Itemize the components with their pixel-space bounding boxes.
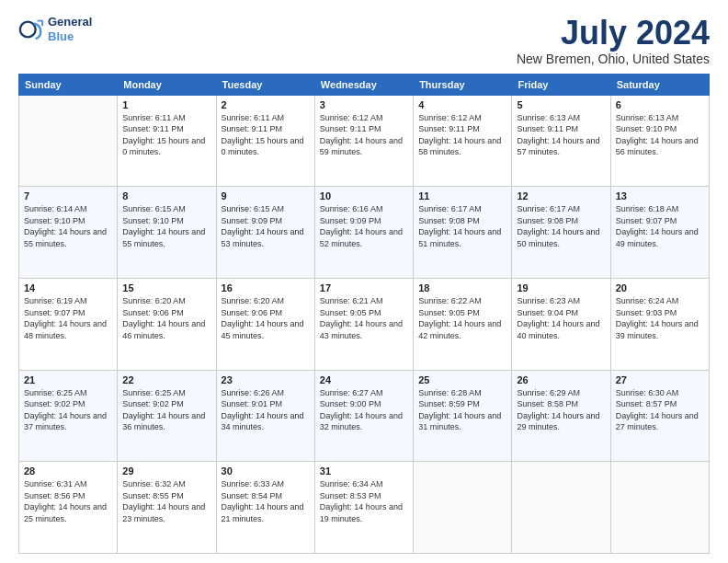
day-info: Sunrise: 6:22 AMSunset: 9:05 PMDaylight:… xyxy=(418,295,506,341)
day-info: Sunrise: 6:28 AMSunset: 8:59 PMDaylight:… xyxy=(418,387,506,433)
day-info: Sunrise: 6:33 AMSunset: 8:54 PMDaylight:… xyxy=(222,478,310,524)
calendar-cell: 20Sunrise: 6:24 AMSunset: 9:03 PMDayligh… xyxy=(610,278,709,370)
day-info: Sunrise: 6:25 AMSunset: 9:02 PMDaylight:… xyxy=(122,387,210,433)
day-number: 27 xyxy=(616,374,704,385)
calendar-cell: 22Sunrise: 6:25 AMSunset: 9:02 PMDayligh… xyxy=(118,370,216,462)
calendar-cell: 26Sunrise: 6:29 AMSunset: 8:58 PMDayligh… xyxy=(512,370,610,462)
calendar-cell xyxy=(512,462,610,554)
day-info: Sunrise: 6:15 AMSunset: 9:10 PMDaylight:… xyxy=(122,203,210,249)
day-number: 20 xyxy=(616,282,704,293)
calendar-week-row: 21Sunrise: 6:25 AMSunset: 9:02 PMDayligh… xyxy=(19,370,710,462)
calendar-cell: 1Sunrise: 6:11 AMSunset: 9:11 PMDaylight… xyxy=(118,95,216,187)
day-number: 24 xyxy=(320,374,408,385)
calendar-cell: 11Sunrise: 6:17 AMSunset: 9:08 PMDayligh… xyxy=(414,187,512,279)
calendar-cell: 29Sunrise: 6:32 AMSunset: 8:55 PMDayligh… xyxy=(118,462,216,554)
day-number: 2 xyxy=(222,99,310,110)
day-info: Sunrise: 6:27 AMSunset: 9:00 PMDaylight:… xyxy=(320,387,408,433)
day-number: 22 xyxy=(122,374,210,385)
day-info: Sunrise: 6:17 AMSunset: 9:08 PMDaylight:… xyxy=(517,203,605,249)
day-info: Sunrise: 6:16 AMSunset: 9:09 PMDaylight:… xyxy=(320,203,408,249)
day-number: 14 xyxy=(24,282,112,293)
calendar-cell: 4Sunrise: 6:12 AMSunset: 9:11 PMDaylight… xyxy=(414,95,512,187)
calendar-cell: 21Sunrise: 6:25 AMSunset: 9:02 PMDayligh… xyxy=(19,370,118,462)
day-number: 15 xyxy=(122,282,210,293)
day-info: Sunrise: 6:30 AMSunset: 8:57 PMDaylight:… xyxy=(616,387,704,433)
calendar-cell: 8Sunrise: 6:15 AMSunset: 9:10 PMDaylight… xyxy=(118,187,216,279)
day-info: Sunrise: 6:34 AMSunset: 8:53 PMDaylight:… xyxy=(320,478,408,524)
calendar-cell: 12Sunrise: 6:17 AMSunset: 9:08 PMDayligh… xyxy=(512,187,610,279)
day-info: Sunrise: 6:11 AMSunset: 9:11 PMDaylight:… xyxy=(222,112,310,158)
day-number: 1 xyxy=(122,99,210,110)
calendar-cell: 3Sunrise: 6:12 AMSunset: 9:11 PMDaylight… xyxy=(314,95,413,187)
day-number: 21 xyxy=(24,374,112,385)
day-info: Sunrise: 6:18 AMSunset: 9:07 PMDaylight:… xyxy=(616,203,704,249)
day-number: 5 xyxy=(517,99,605,110)
day-header-thursday: Thursday xyxy=(414,74,512,95)
logo-icon xyxy=(18,17,44,42)
svg-point-0 xyxy=(20,21,36,37)
logo-text: General Blue xyxy=(48,15,92,43)
logo: General Blue xyxy=(18,15,92,43)
calendar-cell: 25Sunrise: 6:28 AMSunset: 8:59 PMDayligh… xyxy=(414,370,512,462)
day-number: 18 xyxy=(418,282,506,293)
day-number: 11 xyxy=(418,190,506,201)
day-info: Sunrise: 6:14 AMSunset: 9:10 PMDaylight:… xyxy=(24,203,112,249)
day-number: 29 xyxy=(122,465,210,477)
day-number: 9 xyxy=(222,190,310,201)
day-number: 4 xyxy=(418,99,506,110)
calendar-header-row: SundayMondayTuesdayWednesdayThursdayFrid… xyxy=(19,74,710,95)
day-number: 31 xyxy=(320,465,408,477)
calendar-week-row: 1Sunrise: 6:11 AMSunset: 9:11 PMDaylight… xyxy=(19,95,710,187)
title-block: July 2024 New Bremen, Ohio, United State… xyxy=(517,15,710,66)
calendar-week-row: 7Sunrise: 6:14 AMSunset: 9:10 PMDaylight… xyxy=(19,187,710,279)
day-info: Sunrise: 6:29 AMSunset: 8:58 PMDaylight:… xyxy=(517,387,605,433)
day-number: 12 xyxy=(517,190,605,201)
day-header-saturday: Saturday xyxy=(610,74,709,95)
calendar-cell: 2Sunrise: 6:11 AMSunset: 9:11 PMDaylight… xyxy=(216,95,314,187)
day-info: Sunrise: 6:21 AMSunset: 9:05 PMDaylight:… xyxy=(320,295,408,341)
day-info: Sunrise: 6:15 AMSunset: 9:09 PMDaylight:… xyxy=(222,203,310,249)
day-number: 16 xyxy=(222,282,310,293)
day-info: Sunrise: 6:32 AMSunset: 8:55 PMDaylight:… xyxy=(122,478,210,524)
main-title: July 2024 xyxy=(517,15,710,52)
calendar-cell: 19Sunrise: 6:23 AMSunset: 9:04 PMDayligh… xyxy=(512,278,610,370)
day-header-friday: Friday xyxy=(512,74,610,95)
calendar-cell: 17Sunrise: 6:21 AMSunset: 9:05 PMDayligh… xyxy=(314,278,413,370)
page-header: General Blue July 2024 New Bremen, Ohio,… xyxy=(18,15,710,66)
day-header-sunday: Sunday xyxy=(19,74,118,95)
day-info: Sunrise: 6:13 AMSunset: 9:11 PMDaylight:… xyxy=(517,112,605,158)
day-info: Sunrise: 6:23 AMSunset: 9:04 PMDaylight:… xyxy=(517,295,605,341)
day-info: Sunrise: 6:31 AMSunset: 8:56 PMDaylight:… xyxy=(24,478,112,524)
calendar-cell: 23Sunrise: 6:26 AMSunset: 9:01 PMDayligh… xyxy=(216,370,314,462)
calendar-cell: 16Sunrise: 6:20 AMSunset: 9:06 PMDayligh… xyxy=(216,278,314,370)
day-number: 8 xyxy=(122,190,210,201)
day-number: 19 xyxy=(517,282,605,293)
day-info: Sunrise: 6:20 AMSunset: 9:06 PMDaylight:… xyxy=(222,295,310,341)
day-number: 30 xyxy=(222,465,310,477)
calendar-cell: 14Sunrise: 6:19 AMSunset: 9:07 PMDayligh… xyxy=(19,278,118,370)
calendar-cell xyxy=(19,95,118,187)
calendar-week-row: 14Sunrise: 6:19 AMSunset: 9:07 PMDayligh… xyxy=(19,278,710,370)
day-number: 6 xyxy=(616,99,704,110)
calendar-cell xyxy=(414,462,512,554)
day-number: 23 xyxy=(222,374,310,385)
calendar-cell: 18Sunrise: 6:22 AMSunset: 9:05 PMDayligh… xyxy=(414,278,512,370)
day-header-tuesday: Tuesday xyxy=(216,74,314,95)
day-number: 25 xyxy=(418,374,506,385)
day-number: 17 xyxy=(320,282,408,293)
day-info: Sunrise: 6:11 AMSunset: 9:11 PMDaylight:… xyxy=(122,112,210,158)
day-info: Sunrise: 6:20 AMSunset: 9:06 PMDaylight:… xyxy=(122,295,210,341)
calendar-cell: 15Sunrise: 6:20 AMSunset: 9:06 PMDayligh… xyxy=(118,278,216,370)
day-info: Sunrise: 6:12 AMSunset: 9:11 PMDaylight:… xyxy=(320,112,408,158)
subtitle: New Bremen, Ohio, United States xyxy=(517,52,710,66)
calendar-cell: 10Sunrise: 6:16 AMSunset: 9:09 PMDayligh… xyxy=(314,187,413,279)
day-number: 7 xyxy=(24,190,112,201)
calendar-cell: 24Sunrise: 6:27 AMSunset: 9:00 PMDayligh… xyxy=(314,370,413,462)
day-info: Sunrise: 6:13 AMSunset: 9:10 PMDaylight:… xyxy=(616,112,704,158)
day-number: 28 xyxy=(24,465,112,477)
calendar-cell: 27Sunrise: 6:30 AMSunset: 8:57 PMDayligh… xyxy=(610,370,709,462)
day-info: Sunrise: 6:17 AMSunset: 9:08 PMDaylight:… xyxy=(418,203,506,249)
calendar-cell: 31Sunrise: 6:34 AMSunset: 8:53 PMDayligh… xyxy=(314,462,413,554)
day-number: 26 xyxy=(517,374,605,385)
day-number: 10 xyxy=(320,190,408,201)
